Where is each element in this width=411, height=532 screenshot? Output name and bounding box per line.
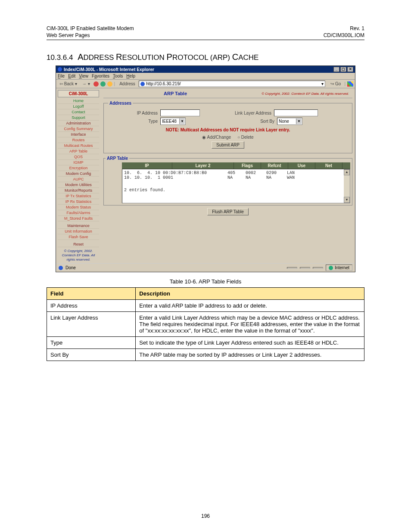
close-button[interactable]: ✕ <box>347 67 353 72</box>
menu-favorites[interactable]: Favorites <box>92 74 109 78</box>
address-field[interactable]: http://10.6.30.219/ ▾ <box>139 81 325 87</box>
field-desc: The ARP table may be sorted by IP addres… <box>136 349 364 361</box>
ip-address-label: IP Address <box>108 111 158 115</box>
sidebar-aupc[interactable]: AUPC <box>58 177 99 182</box>
sidebar-arp-table[interactable]: ARP Table <box>58 149 99 154</box>
sidebar-support[interactable]: Support <box>58 115 99 121</box>
sortby-label: Sort By <box>188 119 274 124</box>
sidebar-modem-status[interactable]: Modem Status <box>58 205 99 210</box>
field-name: IP Address <box>47 300 136 312</box>
status-ie-icon <box>59 266 63 270</box>
col-ip: IP <box>122 162 172 169</box>
fields-table: Field Description IP Address Enter a val… <box>47 287 364 361</box>
sidebar-qos[interactable]: QOS <box>58 154 99 160</box>
sidebar-reset[interactable]: Reset <box>58 242 99 247</box>
col-flags: Flags <box>234 162 261 169</box>
back-button[interactable]: ⇦ Back ▾ <box>58 81 79 87</box>
type-label: Type <box>108 119 158 124</box>
security-zone: Internet <box>326 264 352 271</box>
minimize-button[interactable]: _ <box>333 67 339 72</box>
table-row: IP Address Enter a valid ARP table IP ad… <box>47 300 364 312</box>
sidebar-product: CiM-300L <box>58 90 99 97</box>
sidebar-ip-tx-stats[interactable]: IP Tx Statistics <box>58 193 99 199</box>
menu-tools[interactable]: Tools <box>113 74 123 78</box>
menu-file[interactable]: File <box>58 74 65 78</box>
sidebar-maintenance[interactable]: Maintenance <box>58 223 99 229</box>
links-icon[interactable] <box>347 81 353 87</box>
sidebar-logoff[interactable]: Logoff <box>58 104 99 109</box>
link-layer-label: Link Layer Address <box>202 111 271 115</box>
ip-address-input[interactable] <box>160 109 200 116</box>
sidebar-encryption[interactable]: Encryption <box>58 165 99 171</box>
chevron-down-icon: ▼ <box>179 118 185 124</box>
type-select[interactable]: IEEE48▼ <box>160 118 186 125</box>
scroll-up-icon[interactable]: ▲ <box>344 169 350 175</box>
page-copyright: © Copyright, 2002. Comtech EF Data. All … <box>262 92 352 96</box>
flush-arp-button[interactable]: Flush ARP Table <box>207 208 249 215</box>
sidebar-nav: CiM-300L Home Logoff Contact Support Adm… <box>56 88 101 263</box>
table-caption: Table 10-6. ARP Table Fields <box>47 278 364 285</box>
favicon-ie-icon <box>140 82 145 86</box>
sidebar-config-summary[interactable]: Config Summary <box>58 126 99 132</box>
col-net: Net <box>315 162 342 169</box>
sidebar-interface[interactable]: Interface <box>58 132 99 137</box>
section-heading: 10.3.6.4 ADDRESS RESOLUTION PROTOCOL (AR… <box>47 52 364 62</box>
action-radios: ◉ Add/Change ○ Delete <box>108 135 348 140</box>
sidebar-m-stored-faults[interactable]: M_Stored Faults <box>58 216 99 221</box>
sidebar-copyright: © Copyright, 2002. Comtech EF Data. All … <box>58 249 99 261</box>
sidebar-modem-config[interactable]: Modem Config <box>58 171 99 177</box>
stop-icon[interactable] <box>93 81 99 87</box>
delete-radio[interactable]: ○ Delete <box>237 135 254 140</box>
submit-arp-button[interactable]: Submit ARP <box>212 141 244 149</box>
sidebar-ip-rx-stats[interactable]: IP Rx Statistics <box>58 199 99 205</box>
scroll-down-icon[interactable]: ▼ <box>344 197 350 203</box>
table-row: Type Set to indicate the type of Link La… <box>47 337 364 349</box>
chevron-down-icon: ▼ <box>296 118 302 124</box>
field-desc: Enter a valid Link Layer Address which m… <box>136 312 364 337</box>
scrollbar[interactable]: ▲ ▼ <box>344 169 350 203</box>
sidebar-igmp[interactable]: IGMP <box>58 160 99 165</box>
arp-table-rows: 10. 6. 4. 10 00:D0:B7:C9:B8:B0 405 0002 … <box>124 171 348 180</box>
field-name: Type <box>47 337 136 349</box>
multicast-note: NOTE: Multicast Addresses do NOT require… <box>108 128 348 132</box>
col-use: Use <box>288 162 315 169</box>
menu-help[interactable]: Help <box>126 74 135 78</box>
arp-table-legend: ARP Table <box>106 156 129 161</box>
add-change-radio[interactable]: ◉ Add/Change <box>202 135 231 140</box>
page-number: 196 <box>0 513 411 519</box>
menu-bar: File Edit View Favorites Tools Help <box>56 73 355 80</box>
table-row: Link Layer Address Enter a valid Link La… <box>47 312 364 337</box>
main-content: ARP Table © Copyright, 2002. Comtech EF … <box>101 88 355 263</box>
status-bar: Done Internet <box>56 263 355 272</box>
address-label: Address <box>119 81 135 86</box>
sidebar-home[interactable]: Home <box>58 98 99 104</box>
col-refcnt: Refcnt <box>261 162 288 169</box>
go-button[interactable]: ↪ Go <box>329 81 342 87</box>
sidebar-routes[interactable]: Routes <box>58 137 99 143</box>
maximize-button[interactable]: ▢ <box>340 67 346 72</box>
sidebar-flash-save[interactable]: Flash Save <box>58 234 99 240</box>
sidebar-contact[interactable]: Contact <box>58 109 99 115</box>
field-desc: Set to indicate the type of Link Layer A… <box>136 337 364 349</box>
field-name: Link Layer Address <box>47 312 136 337</box>
th-field: Field <box>47 288 136 300</box>
link-layer-input[interactable] <box>274 109 318 116</box>
sortby-select[interactable]: None▼ <box>277 118 302 125</box>
forward-button[interactable]: → ▾ <box>81 81 92 87</box>
sidebar-modem-utilities[interactable]: Modem Utilities <box>58 182 99 188</box>
addresses-legend: Addresses <box>108 101 133 106</box>
refresh-icon[interactable] <box>100 81 106 87</box>
arp-table-body[interactable]: 10. 6. 4. 10 00:D0:B7:C9:B8:B0 405 0002 … <box>122 169 350 203</box>
sidebar-administration[interactable]: Administration <box>58 121 99 126</box>
sidebar-monitor-reports[interactable]: Monitor/Reports <box>58 188 99 193</box>
sidebar-unit-information[interactable]: Unit Information <box>58 229 99 234</box>
sidebar-faults-alarms[interactable]: Faults/Alarms <box>58 210 99 216</box>
ie-icon <box>58 67 62 72</box>
menu-edit[interactable]: Edit <box>68 74 75 78</box>
menu-view[interactable]: View <box>79 74 88 78</box>
sidebar-multicast-routes[interactable]: Multicast Routes <box>58 143 99 149</box>
home-icon[interactable] <box>107 81 112 87</box>
arp-table-fieldset: ARP Table IP Layer 2 Flags Refcnt Use Ne… <box>103 156 352 205</box>
field-desc: Enter a valid ARP table IP address to ad… <box>136 300 364 312</box>
window-title: Index/CiM-300L - Microsoft Internet Expl… <box>64 67 154 72</box>
